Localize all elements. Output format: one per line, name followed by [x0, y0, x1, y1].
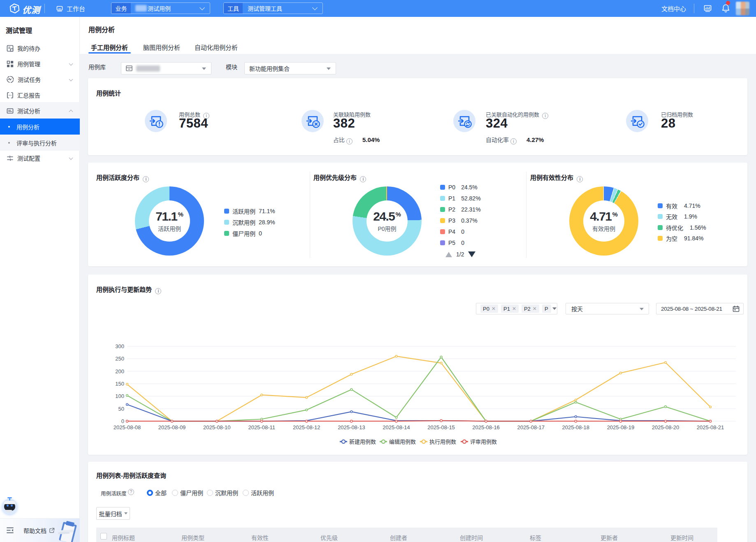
svg-text:0: 0	[121, 418, 124, 424]
svg-text:2025-08-21: 2025-08-21	[697, 424, 724, 430]
svg-text:2025-08-15: 2025-08-15	[427, 424, 455, 430]
svg-text:2025-08-13: 2025-08-13	[338, 424, 365, 430]
svg-text:2025-08-14: 2025-08-14	[383, 424, 410, 430]
svg-text:2025-08-09: 2025-08-09	[158, 424, 186, 430]
svg-text:评审用例数: 评审用例数	[470, 439, 497, 445]
svg-text:100: 100	[115, 393, 124, 399]
svg-text:2025-08-11: 2025-08-11	[248, 424, 275, 430]
svg-text:300: 300	[115, 343, 124, 349]
svg-text:2025-08-08: 2025-08-08	[114, 424, 141, 430]
svg-text:编辑用例数: 编辑用例数	[389, 439, 416, 445]
svg-text:新建用例数: 新建用例数	[349, 439, 376, 445]
svg-text:250: 250	[115, 356, 124, 362]
svg-text:50: 50	[118, 406, 124, 412]
svg-text:150: 150	[115, 381, 124, 387]
svg-text:2025-08-20: 2025-08-20	[652, 424, 679, 430]
svg-text:2025-08-12: 2025-08-12	[293, 424, 320, 430]
svg-text:200: 200	[115, 368, 124, 375]
svg-text:2025-08-10: 2025-08-10	[203, 424, 231, 430]
svg-text:2025-08-17: 2025-08-17	[517, 424, 545, 430]
svg-text:2025-08-18: 2025-08-18	[562, 424, 590, 430]
svg-text:2025-08-16: 2025-08-16	[472, 424, 500, 430]
svg-text:执行用例数: 执行用例数	[429, 439, 456, 445]
svg-text:2025-08-19: 2025-08-19	[607, 424, 635, 430]
